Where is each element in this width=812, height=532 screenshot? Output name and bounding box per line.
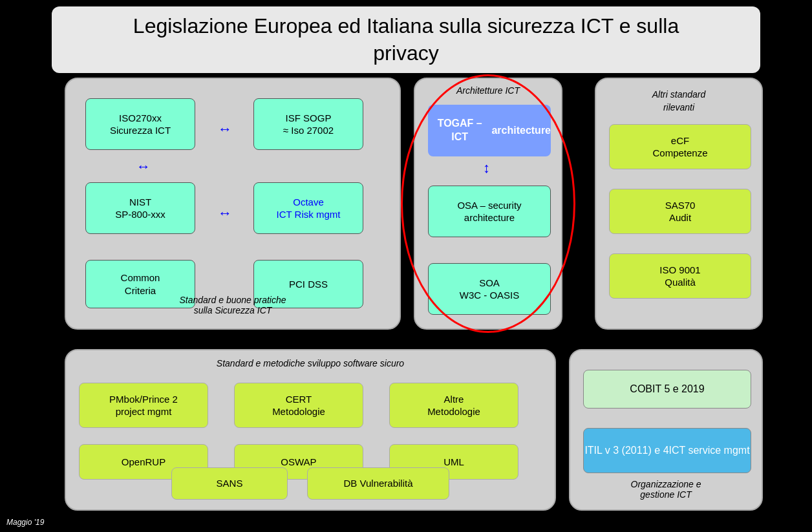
box-itil: ITIL v 3 (2011) e 4 ICT service mgmt [583,428,751,473]
box-cobit: COBIT 5 e 2019 [583,370,751,409]
panel-arch-label: Architetture ICT [415,85,561,96]
box-nist: NIST SP-800-xxx [85,182,195,234]
arrow-iso-nist: ↕ [136,153,153,180]
panel-arch: Architetture ICT TOGAF – ICT architectur… [414,78,562,330]
box-togaf: TOGAF – ICT architecture [428,105,551,156]
box-dbvuln: DB Vulnerabilità [307,467,449,500]
panel-sviluppo-label: Standard e metodiche sviluppo software s… [66,358,555,368]
box-pmbok: PMbok/Prince 2 project mgmt [79,383,208,428]
panel-security-label: Standard e buone pratiche sulla Sicurezz… [179,295,286,315]
box-altre-metodologie: Altre Metodologie [389,383,518,428]
box-sas70: SAS70 Audit [609,189,751,234]
panel-altri: Altri standard rilevanti eCF Competenze … [595,78,763,330]
box-soa: SOA W3C - OASIS [428,263,551,315]
footer-date: Maggio '19 [6,518,44,527]
panel-org-label: Organizzazione e gestione ICT [631,479,701,500]
panel-security: ISO270xx Sicurezza ICT ISF SOGP ≈ Iso 27… [65,78,401,330]
panel-altri-label: Altri standard rilevanti [596,89,762,114]
panel-org: COBIT 5 e 2019 ITIL v 3 (2011) e 4 ICT s… [569,349,763,511]
box-octave: Octave ICT Risk mgmt [253,182,363,234]
box-ecf: eCF Competenze [609,124,751,169]
arrow-iso-isf: ↔ [198,121,251,138]
box-isfsogp: ISF SOGP ≈ Iso 27002 [253,98,363,150]
box-iso9001: ISO 9001 Qualità [609,253,751,299]
box-osa: OSA – security architecture [428,186,551,237]
arrow-nist-octave: ↔ [198,205,251,222]
panel-sviluppo: Standard e metodiche sviluppo software s… [65,349,556,511]
page-title: Legislazione Europea ed Italiana sulla s… [65,13,747,67]
title-box: Legislazione Europea ed Italiana sulla s… [52,6,760,73]
bottom-row: SANS DB Vulnerabilità [171,467,449,500]
box-cert: CERT Metodologie [234,383,363,428]
box-sans: SANS [171,467,288,500]
arrow-togaf-osa: ↕ [483,160,490,176]
box-iso270xx: ISO270xx Sicurezza ICT [85,98,195,150]
